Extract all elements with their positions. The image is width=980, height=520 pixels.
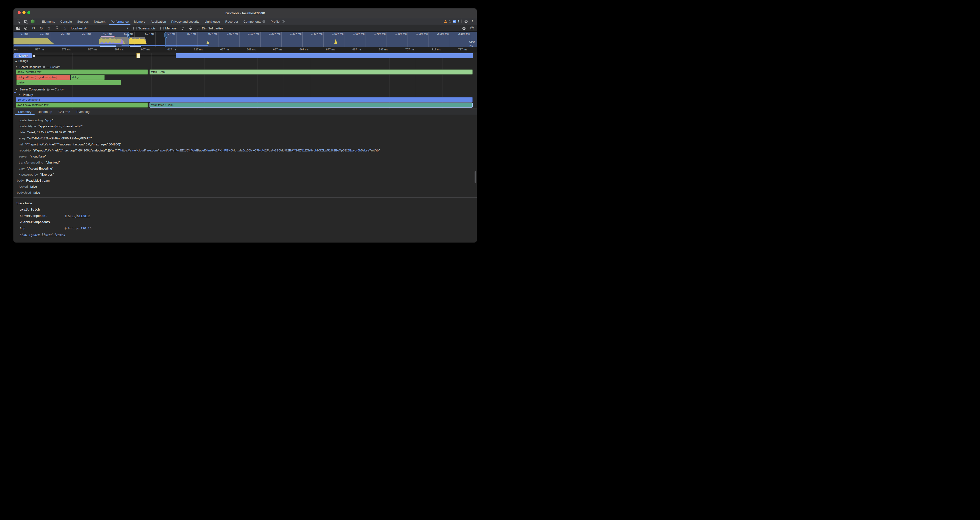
details-tab-bar: SummaryBottom-upCall treeEvent log	[13, 108, 477, 115]
server-components-tick	[14, 92, 16, 92]
save-profile-icon[interactable]: ↧	[54, 25, 60, 31]
event-bar-await-fetch-api-[interactable]: await fetch (.../api)	[150, 102, 473, 108]
ruler-label: 577 ms	[52, 48, 71, 51]
source-location-link[interactable]: App.js:128:9	[68, 214, 90, 218]
summary-row-etag: etag"W/\"4b1-RjEJloX9kRinu6F0MAZMmy6E5iA…	[13, 135, 477, 142]
profile-select[interactable]: localhost #4 ▼	[71, 27, 129, 30]
dock-side-icon[interactable]	[16, 25, 21, 31]
tab-sources[interactable]: Sources	[75, 18, 91, 25]
inspect-element-icon[interactable]	[16, 19, 21, 24]
warning-icon[interactable]	[444, 20, 447, 23]
report-to-link[interactable]: https://a.nel.cloudflare.com/report/v4?s…	[120, 149, 374, 152]
stack-frame-app: App@App.js:190:16	[13, 225, 477, 232]
tab-lighthouse[interactable]: Lighthouse	[202, 18, 223, 25]
tab-application[interactable]: Application	[148, 18, 169, 25]
selection-handle-left[interactable]	[127, 33, 130, 38]
divider	[37, 19, 37, 24]
primary-group-header[interactable]: ▼ Primary	[13, 93, 477, 97]
tab-elements[interactable]: Elements	[39, 18, 57, 25]
net-lane-label: NET	[469, 44, 475, 47]
load-profile-icon[interactable]: ↥	[46, 25, 52, 31]
event-bar-delay[interactable]: delay	[71, 75, 105, 80]
tab-privacy-and-security[interactable]: Privacy and security	[169, 18, 202, 25]
network-track[interactable]: ▶Network	[13, 53, 477, 58]
summary-row-nel: nel"{\"report_to\":\"cf-nel\",\"success_…	[13, 142, 477, 147]
primary-group-label: Primary	[23, 93, 33, 97]
help-icon[interactable]: ?	[470, 27, 474, 30]
server-components-header[interactable]: ▼ Server Components — Custom	[13, 87, 477, 91]
devtools-window: DevTools - localhost:3000/ ElementsConso…	[13, 8, 477, 242]
summary-row-transfer-encoding: transfer-encoding"chunked"	[13, 159, 477, 165]
react-atom-icon	[282, 20, 285, 23]
warning-count: 1	[449, 20, 451, 23]
show-ignore-listed-frames-link[interactable]: Show ignore-listed frames	[20, 233, 65, 237]
clear-recording-button[interactable]: ⊘	[38, 25, 44, 31]
panel-tabs: ElementsConsoleSourcesNetworkPerformance…	[39, 18, 288, 25]
summary-row-bodyused: bodyUsedfalse	[13, 189, 477, 196]
tab-call-tree[interactable]: Call tree	[56, 109, 73, 115]
cpu-lane-label: CPU	[469, 40, 475, 43]
react-atom-icon	[262, 20, 265, 23]
server-requests-title: Server Requests	[19, 65, 41, 69]
dim-3rd-parties-checkbox-group[interactable]: Dim 3rd parties	[197, 27, 223, 30]
screenshots-checkbox-group[interactable]: Screenshots	[134, 27, 156, 30]
summary-pane[interactable]: connection"keep-alive"content-encoding"g…	[13, 115, 477, 197]
stack-frame-servercomponent: ServerComponent@App.js:128:9	[13, 213, 477, 219]
event-bar-fetch-api-[interactable]: fetch (.../api)	[150, 70, 473, 75]
ruler-label: 727 ms	[448, 48, 467, 51]
settings-gear-icon[interactable]	[463, 19, 469, 24]
event-bar-await-delay-deferred-text-[interactable]: await delay (deferred text)	[16, 102, 148, 108]
memory-checkbox-group[interactable]: Memory	[161, 27, 177, 30]
server-components-suffix: — Custom	[51, 88, 65, 91]
tab-bottom-up[interactable]: Bottom-up	[35, 109, 56, 115]
tab-recorder[interactable]: Recorder	[223, 18, 241, 25]
issues-count: 1	[458, 20, 460, 23]
kebab-menu-icon[interactable]: ⋮	[471, 20, 474, 24]
network-event[interactable]	[137, 53, 140, 58]
tab-components[interactable]: Components	[241, 18, 268, 25]
memory-checkbox[interactable]	[161, 27, 164, 30]
timeline-ruler[interactable]: ms567 ms577 ms587 ms597 ms607 ms617 ms62…	[13, 47, 477, 53]
home-icon[interactable]: ⌂	[62, 25, 67, 31]
tab-performance[interactable]: Performance	[108, 18, 131, 25]
tab-event-log[interactable]: Event log	[73, 109, 92, 115]
network-request-bar[interactable]	[176, 53, 473, 58]
reload-and-record-button[interactable]: ↻	[31, 25, 36, 31]
device-toolbar-icon[interactable]	[23, 19, 29, 24]
summary-row-content-type: content-type"application/json; charset=u…	[13, 123, 477, 129]
source-location-link[interactable]: App.js:190:16	[68, 226, 92, 230]
screenshots-checkbox[interactable]	[134, 27, 137, 30]
event-bar-servercomponent[interactable]: ServerComponent	[16, 97, 473, 102]
react-atom-icon	[46, 88, 50, 91]
tab-console[interactable]: Console	[57, 18, 75, 25]
capture-settings-gear-icon[interactable]	[461, 25, 467, 31]
ruler-label: 567 ms	[25, 48, 45, 51]
nodejs-icon[interactable]	[31, 19, 35, 24]
summary-row-locked: lockedfalse	[13, 184, 477, 189]
collect-garbage-icon[interactable]	[180, 25, 185, 31]
ruler-label: 587 ms	[78, 48, 97, 51]
timings-track-label[interactable]: ▶Timings	[13, 59, 477, 64]
tab-profiler[interactable]: Profiler	[268, 18, 287, 25]
ruler-label: 717 ms	[422, 48, 441, 51]
server-requests-header[interactable]: ▼ Server Requests — Custom	[13, 65, 477, 69]
record-button[interactable]	[23, 25, 29, 31]
ruler-label: 707 ms	[395, 48, 414, 51]
collapse-frames-icon[interactable]	[188, 25, 193, 31]
event-bar-delayederror-ayed-exception-[interactable]: delayedError (...ayed exception)	[16, 75, 70, 80]
dim-3rd-parties-checkbox[interactable]	[197, 27, 200, 30]
tab-network[interactable]: Network	[91, 18, 108, 25]
timeline-overview[interactable]: 97 ms197 ms297 ms397 ms497 ms597 ms697 m…	[13, 32, 477, 47]
event-bar-delay-deferred-text-[interactable]: delay (deferred text)	[16, 70, 148, 75]
scrollbar-thumb[interactable]	[474, 171, 476, 183]
network-track-label[interactable]: ▶Network	[15, 53, 28, 59]
stack-trace-title: Stack trace	[13, 197, 477, 207]
event-bar-delay[interactable]: delay	[16, 80, 121, 85]
server-requests-suffix: — Custom	[46, 65, 60, 69]
tab-summary[interactable]: Summary	[15, 109, 35, 115]
network-marker[interactable]	[33, 54, 35, 57]
selection-handle-right[interactable]	[164, 33, 167, 38]
issues-icon[interactable]	[453, 20, 456, 23]
tab-memory[interactable]: Memory	[131, 18, 148, 25]
summary-row-vary: vary"Accept-Encoding"	[13, 165, 477, 172]
